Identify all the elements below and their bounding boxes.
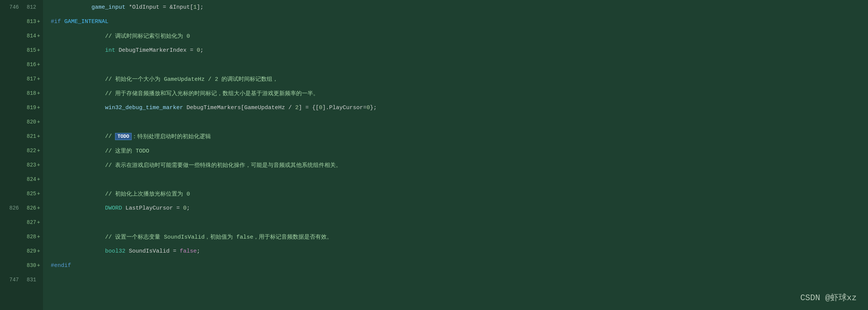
code-container: 746812 813+814+815+816+817+818+819+820+8… (0, 0, 868, 310)
code-line: // 调试时间标记索引初始化为 0 (43, 29, 868, 43)
plus-sign: + (37, 33, 40, 39)
code-token: }; (370, 105, 377, 111)
code-token: DWORD (105, 205, 122, 211)
code-token: // 这里的 TODO (105, 147, 149, 154)
code-line: // TODO：特别处理启动时的初始化逻辑 (43, 129, 868, 143)
code-token: 0 (183, 205, 186, 211)
code-line: win32_debug_time_marker DebugTimeMarkers… (43, 100, 868, 115)
line-number-row: 813+ (0, 14, 43, 29)
code-token: // 初始化一个大小为 GameUpdateHz / 2 的调试时间标记数组， (105, 76, 278, 83)
code-token (51, 4, 91, 11)
line-num-right: 814 (20, 33, 36, 39)
line-number-row: 827+ (0, 215, 43, 230)
line-num-right: 830 (20, 262, 36, 268)
line-number-row: 829+ (0, 244, 43, 258)
line-number-row: 818+ (0, 86, 43, 100)
code-token: ] = {[ (299, 105, 319, 111)
line-num-right: 828 (20, 234, 36, 240)
line-number-row: 747831 (0, 273, 43, 287)
plus-sign: + (37, 133, 40, 139)
code-line: // 表示在游戏启动时可能需要做一些特殊的初始化操作，可能是与音频或其他系统组件… (43, 158, 868, 172)
code-line: bool32 SoundIsValid = false; (43, 244, 868, 258)
plus-sign: + (37, 105, 40, 111)
code-token: win32_debug_time_marker (105, 105, 183, 111)
code-token (51, 133, 105, 140)
line-number-row: 816+ (0, 57, 43, 72)
code-token: 1 (193, 4, 197, 11)
todo-badge: TODO (115, 133, 131, 140)
code-token: LastPlayCursor = (122, 205, 183, 211)
code-line (43, 215, 868, 230)
code-token: false (180, 248, 197, 254)
code-line (43, 115, 868, 129)
code-token: int (105, 47, 115, 54)
line-num-right: 827 (20, 219, 36, 225)
line-num-right: 819 (20, 105, 36, 111)
line-num-right: 820 (20, 119, 36, 125)
code-token: #if (51, 19, 64, 25)
code-token (51, 234, 105, 240)
code-line: int DebugTimeMarkerIndex = 0; (43, 43, 868, 57)
line-number-row: 820+ (0, 115, 43, 129)
code-token: 2 (295, 105, 299, 111)
plus-sign: + (37, 62, 40, 68)
line-num-right: 816 (20, 62, 36, 68)
line-number-row: 817+ (0, 72, 43, 86)
line-number-row: 815+ (0, 43, 43, 57)
plus-sign: + (37, 19, 40, 25)
plus-sign: + (37, 119, 40, 125)
plus-sign: + (37, 148, 40, 154)
code-token: DebugTimeMarkers[GameUpdateHz / (183, 105, 295, 111)
line-number-row: 828+ (0, 230, 43, 244)
code-line (43, 172, 868, 187)
code-line (43, 273, 868, 287)
code-token: // (105, 133, 115, 140)
line-num-left: 826 (3, 205, 19, 211)
line-num-right: 818 (20, 90, 36, 96)
code-token (51, 76, 105, 82)
line-number-row: 814+ (0, 29, 43, 43)
line-num-right: 825 (20, 191, 36, 197)
line-number-row: 821+ (0, 129, 43, 143)
plus-sign: + (37, 205, 40, 211)
code-token: *OldInput = &Input[ (125, 4, 193, 11)
line-number-row: 826826+ (0, 201, 43, 215)
line-num-right: 817 (20, 76, 36, 82)
plus-sign: + (37, 90, 40, 96)
line-number-row: 746812 (0, 0, 43, 14)
code-token (51, 105, 105, 111)
code-token: // 设置一个标志变量 SoundIsValid，初始值为 false，用于标记… (105, 233, 332, 241)
code-token (51, 191, 105, 197)
code-token (51, 162, 105, 168)
line-num-right: 813 (20, 19, 36, 25)
plus-sign: + (37, 162, 40, 168)
code-token: bool32 (105, 248, 125, 254)
code-content[interactable]: game_input *OldInput = &Input[1];#if GAM… (43, 0, 868, 310)
line-num-left: 746 (3, 4, 19, 10)
line-num-left: 747 (3, 277, 19, 283)
line-num-right: 812 (20, 4, 36, 10)
code-token: #endif (51, 262, 71, 269)
line-num-right: 831 (20, 277, 36, 283)
code-token (51, 205, 105, 211)
code-token: GAME_INTERNAL (64, 19, 108, 25)
code-line: // 设置一个标志变量 SoundIsValid，初始值为 false，用于标记… (43, 230, 868, 244)
line-numbers: 746812 813+814+815+816+817+818+819+820+8… (0, 0, 43, 310)
plus-sign: + (37, 262, 40, 268)
code-token: ：特别处理启动时的初始化逻辑 (132, 133, 211, 140)
code-token: // 调试时间标记索引初始化为 0 (105, 32, 190, 40)
code-token: ]; (197, 4, 204, 11)
line-num-right: 824 (20, 176, 36, 182)
code-token: // 用于存储音频播放和写入光标的时间标记，数组大小是基于游戏更新频率的一半。 (105, 90, 319, 97)
plus-sign: + (37, 176, 40, 182)
code-line: // 初始化一个大小为 GameUpdateHz / 2 的调试时间标记数组， (43, 72, 868, 86)
line-number-row: 825+ (0, 187, 43, 201)
code-token (51, 90, 105, 97)
code-token: ].PlayCursor= (323, 105, 367, 111)
code-token: 0 (367, 105, 370, 111)
code-token: // 初始化上次播放光标位置为 0 (105, 190, 190, 197)
plus-sign: + (37, 234, 40, 240)
code-token: 0 (319, 105, 323, 111)
plus-sign: + (37, 248, 40, 254)
code-token (51, 47, 105, 54)
